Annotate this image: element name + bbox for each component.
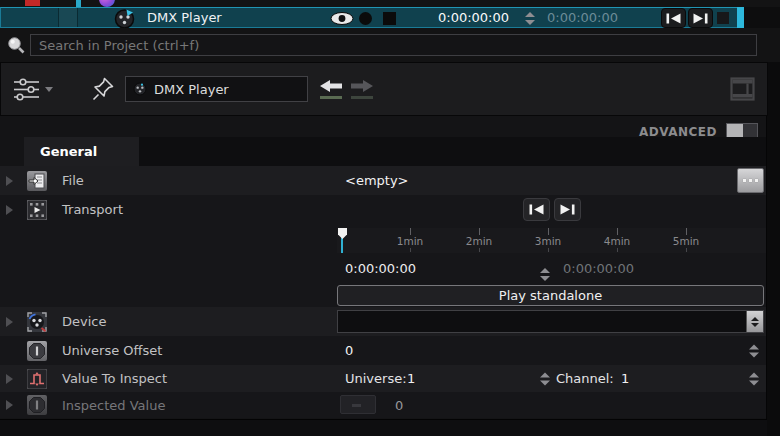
search-bar [0, 28, 780, 62]
transport-skip-end-button[interactable] [554, 198, 581, 221]
dmx-connector-icon [114, 8, 135, 29]
row-cell-divider [58, 8, 59, 27]
ellipsis-icon [743, 179, 746, 182]
property-row-transport: Transport [0, 195, 766, 307]
ruler-tick: 4min [597, 228, 637, 252]
ruler-tick: 2min [459, 228, 499, 252]
filter-options-button[interactable] [13, 78, 53, 101]
integer-icon [27, 341, 47, 361]
transport-icon [27, 200, 47, 220]
sliders-icon [13, 78, 40, 101]
file-value[interactable]: <empty> [345, 173, 409, 188]
channel-field-label: Channel: [556, 371, 614, 386]
universe-field-label: Universe: [345, 371, 407, 386]
browse-file-button[interactable] [737, 168, 764, 193]
channel-spinner[interactable] [749, 372, 759, 385]
panel-layout-button[interactable] [730, 77, 755, 101]
panel-header: ADVANCED General [0, 116, 766, 166]
transport-timeline-ruler[interactable]: 1min 2min 3min 4min 5min [337, 228, 766, 253]
universe-field-value[interactable]: 1 [407, 371, 415, 386]
record-circle-icon[interactable] [359, 12, 372, 25]
pin-button[interactable] [91, 76, 115, 102]
nav-fwd-underline [351, 96, 373, 99]
transport-timecode-spinner[interactable] [540, 268, 550, 281]
dmx-device-icon [27, 312, 47, 332]
row-cell-highlight [59, 8, 77, 27]
tab-bar: General [0, 137, 766, 166]
expand-arrow-placeholder [6, 346, 16, 356]
play-standalone-button[interactable]: Play standalone [337, 285, 764, 306]
selected-object-field[interactable] [125, 76, 308, 102]
property-row-device: Device [0, 307, 766, 336]
ruler-tick: 5min [666, 228, 706, 252]
selected-layer-row[interactable]: DMX Player 0:00:00:00 0:00:00:00 [0, 7, 744, 28]
nav-back-underline [320, 96, 342, 99]
tab-general[interactable]: General [24, 137, 139, 166]
file-label: File [62, 173, 84, 188]
ruler-tick: 3min [528, 228, 568, 252]
property-row-inspected-value: Inspected Value 0 [0, 392, 766, 418]
arrow-right-icon [351, 80, 373, 92]
expand-arrow-icon[interactable] [6, 374, 16, 384]
stop-square-icon-right[interactable] [717, 12, 729, 24]
inspector-toolbar [0, 62, 768, 116]
inspected-value-meter [340, 395, 376, 414]
ruler-tick: 1min [390, 228, 430, 252]
tab-bar-empty [139, 137, 766, 166]
panel-footer [0, 419, 767, 436]
visibility-eye-icon[interactable] [330, 12, 354, 25]
expand-arrow-icon[interactable] [6, 317, 16, 327]
transport-timecode-current[interactable]: 0:00:00:00 [345, 261, 416, 276]
expand-arrow-icon[interactable] [6, 205, 16, 215]
device-combobox[interactable] [337, 310, 764, 333]
channel-field-value[interactable]: 1 [621, 371, 629, 386]
expand-arrow-icon[interactable] [6, 400, 16, 410]
pin-icon [91, 76, 115, 102]
universe-spinner[interactable] [540, 372, 550, 385]
cyan-marker-fragment [76, 0, 81, 7]
file-icon [27, 171, 47, 191]
chevron-down-icon [45, 87, 53, 92]
dmx-value-icon [27, 369, 47, 389]
property-row-value-to-inspect: Value To Inspect Universe: 1 Channel: 1 [0, 365, 766, 392]
universe-offset-value[interactable]: 0 [345, 343, 353, 358]
timecode-current[interactable]: 0:00:00:00 [438, 8, 509, 28]
layout-icon [730, 77, 755, 101]
playhead-marker[interactable] [338, 228, 347, 239]
timeline-row-above-fragment [0, 0, 780, 7]
search-icon [7, 36, 26, 55]
timeline-selected-row-bar: DMX Player 0:00:00:00 0:00:00:00 [0, 0, 780, 28]
transport-skip-start-button[interactable] [523, 198, 550, 221]
skip-to-end-button[interactable] [688, 8, 713, 28]
transport-label: Transport [62, 202, 123, 217]
inspected-value-number: 0 [395, 398, 403, 413]
navigate-back-button[interactable] [320, 80, 342, 99]
universe-offset-spinner[interactable] [749, 344, 759, 357]
layer-orb-icon [99, 0, 115, 7]
skip-to-start-button[interactable] [661, 8, 686, 28]
search-input[interactable] [30, 34, 757, 56]
property-row-universe-offset: Universe Offset 0 [0, 336, 766, 365]
universe-offset-label: Universe Offset [62, 343, 162, 358]
navigate-forward-button[interactable] [351, 80, 373, 99]
value-to-inspect-label: Value To Inspect [62, 371, 167, 386]
transport-timecode-total: 0:00:00:00 [563, 261, 634, 276]
combo-spinner-button[interactable] [746, 311, 763, 332]
dmx-mini-icon [133, 82, 147, 96]
selected-object-input[interactable] [154, 82, 300, 97]
properties-panel: ADVANCED General [0, 116, 767, 419]
stop-square-icon[interactable] [383, 12, 396, 25]
timecode-total: 0:00:00:00 [547, 8, 618, 28]
property-row-file: File <empty> [0, 166, 766, 195]
dmx-player-panel: DMX Player 0:00:00:00 0:00:00:00 [0, 0, 780, 436]
arrow-left-icon [320, 80, 342, 92]
integer-icon [27, 395, 47, 415]
device-label: Device [62, 314, 106, 329]
row-cell-divider [77, 8, 78, 27]
timecode-spinner[interactable] [525, 12, 535, 25]
inspected-value-label: Inspected Value [62, 398, 165, 413]
red-clip-fragment [25, 0, 40, 6]
expand-arrow-icon[interactable] [6, 176, 16, 186]
selected-layer-title: DMX Player [147, 8, 222, 28]
